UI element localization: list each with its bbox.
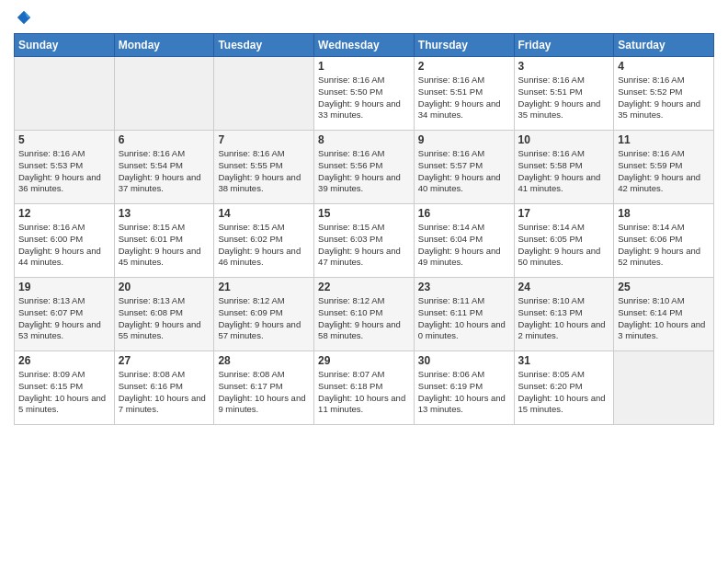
day-cell: 8Sunrise: 8:16 AMSunset: 5:56 PMDaylight…: [314, 131, 415, 204]
day-cell: 22Sunrise: 8:12 AMSunset: 6:10 PMDayligh…: [314, 278, 415, 351]
day-number: 21: [218, 281, 310, 293]
day-number: 31: [518, 354, 610, 367]
day-info: Sunrise: 8:15 AMSunset: 6:03 PMDaylight:…: [318, 222, 410, 269]
day-header-wednesday: Wednesday: [314, 34, 415, 57]
day-cell: [114, 57, 214, 131]
day-cell: 1Sunrise: 8:16 AMSunset: 5:50 PMDaylight…: [314, 57, 415, 131]
day-header-friday: Friday: [514, 34, 614, 57]
day-cell: 23Sunrise: 8:11 AMSunset: 6:11 PMDayligh…: [414, 278, 514, 351]
day-header-monday: Monday: [114, 34, 214, 57]
day-info: Sunrise: 8:09 AMSunset: 6:15 PMDaylight:…: [18, 369, 110, 416]
day-number: 4: [618, 60, 710, 73]
day-cell: 31Sunrise: 8:05 AMSunset: 6:20 PMDayligh…: [514, 351, 614, 425]
day-number: 6: [119, 133, 210, 146]
day-header-saturday: Saturday: [614, 34, 714, 57]
day-info: Sunrise: 8:14 AMSunset: 6:05 PMDaylight:…: [518, 222, 610, 269]
day-cell: 2Sunrise: 8:16 AMSunset: 5:51 PMDaylight…: [414, 57, 514, 131]
day-info: Sunrise: 8:16 AMSunset: 5:53 PMDaylight:…: [18, 148, 110, 195]
day-info: Sunrise: 8:05 AMSunset: 6:20 PMDaylight:…: [518, 369, 610, 416]
day-info: Sunrise: 8:16 AMSunset: 5:55 PMDaylight:…: [218, 148, 310, 195]
day-info: Sunrise: 8:15 AMSunset: 6:01 PMDaylight:…: [119, 222, 210, 269]
day-number: 17: [518, 207, 610, 220]
day-info: Sunrise: 8:16 AMSunset: 5:51 PMDaylight:…: [418, 75, 510, 121]
day-info: Sunrise: 8:16 AMSunset: 5:54 PMDaylight:…: [119, 148, 210, 195]
day-cell: 25Sunrise: 8:10 AMSunset: 6:14 PMDayligh…: [614, 278, 714, 351]
day-info: Sunrise: 8:15 AMSunset: 6:02 PMDaylight:…: [218, 222, 310, 269]
day-cell: 18Sunrise: 8:14 AMSunset: 6:06 PMDayligh…: [614, 204, 714, 278]
day-number: 28: [218, 354, 310, 367]
day-number: 16: [418, 207, 510, 220]
logo: [14, 9, 32, 26]
week-row-1: 1Sunrise: 8:16 AMSunset: 5:50 PMDaylight…: [15, 57, 714, 131]
day-cell: 13Sunrise: 8:15 AMSunset: 6:01 PMDayligh…: [114, 204, 214, 278]
day-info: Sunrise: 8:16 AMSunset: 5:51 PMDaylight:…: [518, 75, 610, 121]
day-info: Sunrise: 8:07 AMSunset: 6:18 PMDaylight:…: [318, 369, 410, 416]
day-cell: 24Sunrise: 8:10 AMSunset: 6:13 PMDayligh…: [514, 278, 614, 351]
day-info: Sunrise: 8:10 AMSunset: 6:13 PMDaylight:…: [518, 295, 610, 342]
day-info: Sunrise: 8:16 AMSunset: 5:59 PMDaylight:…: [618, 148, 710, 195]
day-number: 7: [218, 133, 310, 146]
day-cell: 15Sunrise: 8:15 AMSunset: 6:03 PMDayligh…: [314, 204, 415, 278]
day-info: Sunrise: 8:13 AMSunset: 6:08 PMDaylight:…: [119, 295, 210, 342]
day-cell: 14Sunrise: 8:15 AMSunset: 6:02 PMDayligh…: [214, 204, 314, 278]
day-number: 10: [518, 133, 610, 146]
day-info: Sunrise: 8:16 AMSunset: 6:00 PMDaylight:…: [18, 222, 110, 269]
day-cell: 28Sunrise: 8:08 AMSunset: 6:17 PMDayligh…: [214, 351, 314, 425]
week-row-2: 5Sunrise: 8:16 AMSunset: 5:53 PMDaylight…: [15, 131, 714, 204]
day-info: Sunrise: 8:12 AMSunset: 6:10 PMDaylight:…: [318, 295, 410, 342]
logo-icon: [16, 9, 32, 26]
day-number: 9: [418, 133, 510, 146]
day-number: 20: [119, 281, 210, 293]
day-cell: 27Sunrise: 8:08 AMSunset: 6:16 PMDayligh…: [114, 351, 214, 425]
day-number: 25: [618, 281, 710, 293]
calendar-table: SundayMondayTuesdayWednesdayThursdayFrid…: [14, 33, 714, 425]
day-number: 13: [119, 207, 210, 220]
day-number: 3: [518, 60, 610, 73]
day-cell: 16Sunrise: 8:14 AMSunset: 6:04 PMDayligh…: [414, 204, 514, 278]
day-cell: 21Sunrise: 8:12 AMSunset: 6:09 PMDayligh…: [214, 278, 314, 351]
day-cell: 7Sunrise: 8:16 AMSunset: 5:55 PMDaylight…: [214, 131, 314, 204]
day-number: 26: [18, 354, 110, 367]
day-info: Sunrise: 8:16 AMSunset: 5:50 PMDaylight:…: [318, 75, 410, 121]
day-number: 2: [418, 60, 510, 73]
day-cell: 11Sunrise: 8:16 AMSunset: 5:59 PMDayligh…: [614, 131, 714, 204]
day-cell: [614, 351, 714, 425]
day-number: 12: [18, 207, 110, 220]
day-info: Sunrise: 8:12 AMSunset: 6:09 PMDaylight:…: [218, 295, 310, 342]
day-info: Sunrise: 8:16 AMSunset: 5:56 PMDaylight:…: [318, 148, 410, 195]
day-cell: 5Sunrise: 8:16 AMSunset: 5:53 PMDaylight…: [15, 131, 115, 204]
day-number: 8: [318, 133, 410, 146]
day-number: 27: [119, 354, 210, 367]
day-number: 14: [218, 207, 310, 220]
day-number: 19: [18, 281, 110, 293]
day-number: 11: [618, 133, 710, 146]
day-cell: [214, 57, 314, 131]
day-cell: 17Sunrise: 8:14 AMSunset: 6:05 PMDayligh…: [514, 204, 614, 278]
day-number: 30: [418, 354, 510, 367]
day-number: 22: [318, 281, 410, 293]
day-header-sunday: Sunday: [15, 34, 115, 57]
day-info: Sunrise: 8:13 AMSunset: 6:07 PMDaylight:…: [18, 295, 110, 342]
day-info: Sunrise: 8:08 AMSunset: 6:16 PMDaylight:…: [119, 369, 210, 416]
day-header-thursday: Thursday: [414, 34, 514, 57]
day-number: 24: [518, 281, 610, 293]
day-info: Sunrise: 8:11 AMSunset: 6:11 PMDaylight:…: [418, 295, 510, 342]
day-cell: [15, 57, 115, 131]
day-info: Sunrise: 8:10 AMSunset: 6:14 PMDaylight:…: [618, 295, 710, 342]
day-number: 29: [318, 354, 410, 367]
day-header-tuesday: Tuesday: [214, 34, 314, 57]
day-cell: 19Sunrise: 8:13 AMSunset: 6:07 PMDayligh…: [15, 278, 115, 351]
day-cell: 29Sunrise: 8:07 AMSunset: 6:18 PMDayligh…: [314, 351, 415, 425]
day-cell: 26Sunrise: 8:09 AMSunset: 6:15 PMDayligh…: [15, 351, 115, 425]
day-cell: 3Sunrise: 8:16 AMSunset: 5:51 PMDaylight…: [514, 57, 614, 131]
day-number: 18: [618, 207, 710, 220]
day-info: Sunrise: 8:14 AMSunset: 6:04 PMDaylight:…: [418, 222, 510, 269]
day-number: 1: [318, 60, 410, 73]
calendar-page: SundayMondayTuesdayWednesdayThursdayFrid…: [0, 0, 728, 563]
day-cell: 20Sunrise: 8:13 AMSunset: 6:08 PMDayligh…: [114, 278, 214, 351]
day-info: Sunrise: 8:14 AMSunset: 6:06 PMDaylight:…: [618, 222, 710, 269]
day-cell: 30Sunrise: 8:06 AMSunset: 6:19 PMDayligh…: [414, 351, 514, 425]
day-cell: 4Sunrise: 8:16 AMSunset: 5:52 PMDaylight…: [614, 57, 714, 131]
day-info: Sunrise: 8:08 AMSunset: 6:17 PMDaylight:…: [218, 369, 310, 416]
day-number: 15: [318, 207, 410, 220]
